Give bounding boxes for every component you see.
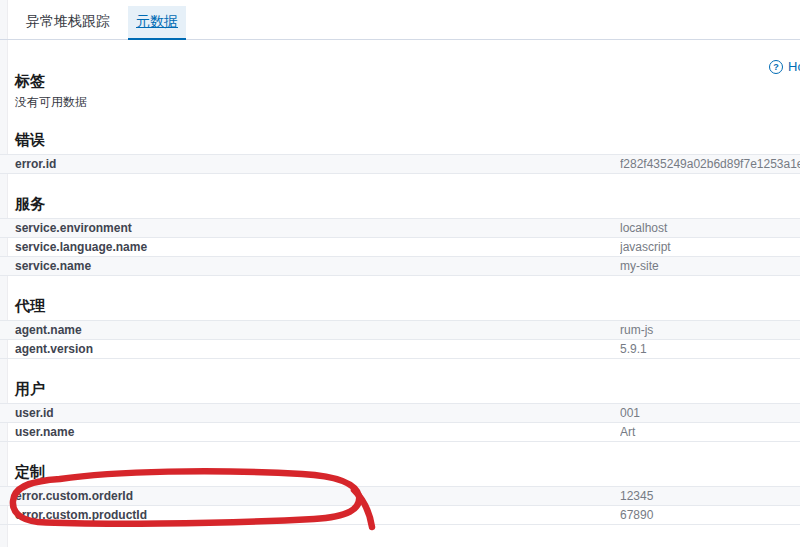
metadata-section: 服务 service.environment localhost service… (0, 194, 800, 276)
row-value: 001 (620, 406, 800, 420)
table-row: error.custom.orderId 12345 (0, 486, 800, 505)
row-value: Art (620, 425, 800, 439)
row-value: 5.9.1 (620, 342, 800, 356)
error-metadata-page: 异常堆栈跟踪元数据 ? How 标签 没有可用数据 错误 error.id f2… (0, 0, 800, 547)
table-row: service.name my-site (0, 256, 800, 276)
key-value-table: agent.name rum-js agent.version 5.9.1 (0, 320, 800, 359)
section-title: 标签 (0, 71, 800, 90)
row-key: agent.version (0, 342, 620, 356)
row-key: agent.name (0, 323, 620, 337)
table-row: service.environment localhost (0, 218, 800, 237)
key-value-table: user.id 001 user.name Art (0, 403, 800, 442)
row-key: service.name (0, 259, 620, 273)
table-row: service.language.name javascript (0, 237, 800, 256)
row-value: javascript (620, 240, 800, 254)
table-row: agent.version 5.9.1 (0, 339, 800, 359)
metadata-section: 用户 user.id 001 user.name Art (0, 379, 800, 442)
table-row: error.custom.productId 67890 (0, 505, 800, 525)
row-value: f282f435249a02b6d89f7e1253a1e141 (620, 157, 800, 171)
row-key: user.name (0, 425, 620, 439)
table-row: user.id 001 (0, 403, 800, 422)
row-key: error.custom.orderId (0, 489, 620, 503)
table-row: error.id f282f435249a02b6d89f7e1253a1e14… (0, 154, 800, 174)
no-data-message: 没有可用数据 (0, 95, 800, 110)
row-key: user.id (0, 406, 620, 420)
metadata-section: 代理 agent.name rum-js agent.version 5.9.1 (0, 296, 800, 359)
section-title: 错误 (0, 130, 800, 149)
table-row: agent.name rum-js (0, 320, 800, 339)
row-value: 67890 (620, 508, 800, 522)
metadata-section: 定制 error.custom.orderId 12345 error.cust… (0, 462, 800, 525)
row-value: 12345 (620, 489, 800, 503)
row-key: service.environment (0, 221, 620, 235)
row-key: error.custom.productId (0, 508, 620, 522)
tab[interactable]: 元数据 (128, 6, 186, 40)
key-value-table: service.environment localhost service.la… (0, 218, 800, 276)
tab-bar: 异常堆栈跟踪元数据 (0, 0, 800, 40)
row-key: error.id (0, 157, 620, 171)
section-title: 代理 (0, 296, 800, 315)
row-value: localhost (620, 221, 800, 235)
row-value: my-site (620, 259, 800, 273)
section-title: 服务 (0, 194, 800, 213)
table-row: user.name Art (0, 422, 800, 442)
key-value-table: error.id f282f435249a02b6d89f7e1253a1e14… (0, 154, 800, 174)
key-value-table: error.custom.orderId 12345 error.custom.… (0, 486, 800, 525)
metadata-section: 标签 没有可用数据 (0, 71, 800, 110)
section-title: 用户 (0, 379, 800, 398)
row-value: rum-js (620, 323, 800, 337)
tab[interactable]: 异常堆栈跟踪 (18, 6, 118, 40)
metadata-section: 错误 error.id f282f435249a02b6d89f7e1253a1… (0, 130, 800, 174)
row-key: service.language.name (0, 240, 620, 254)
metadata-sections: 标签 没有可用数据 错误 error.id f282f435249a02b6d8… (0, 71, 800, 525)
section-title: 定制 (0, 462, 800, 481)
